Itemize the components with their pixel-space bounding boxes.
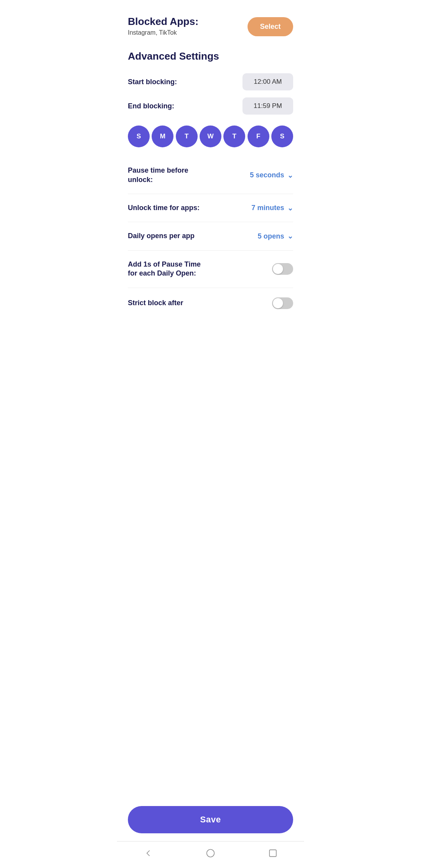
day-saturday[interactable]: S [271,126,293,147]
end-blocking-picker[interactable]: 11:59 PM [242,97,293,115]
daily-opens-label: Daily opens per app [128,232,195,240]
divider-3 [128,250,293,251]
blocked-apps-title: Blocked Apps: [128,16,241,28]
svg-rect-1 [269,850,276,856]
day-monday[interactable]: M [152,126,173,147]
strict-block-label: Strict block after [128,299,183,307]
strict-block-toggle-thumb [273,298,283,308]
day-friday[interactable]: F [248,126,269,147]
toggle-track[interactable] [272,263,293,275]
day-wednesday[interactable]: W [200,126,221,147]
daily-opens-row: Daily opens per app 5 opens ⌄ [128,224,293,248]
home-icon [205,848,216,858]
blocked-apps-info: Blocked Apps: Instagram, TikTok [128,16,241,36]
select-button[interactable]: Select [248,17,293,36]
unlock-time-value: 7 minutes [251,204,284,212]
blocked-apps-section: Blocked Apps: Instagram, TikTok Select [128,16,293,36]
day-sunday[interactable]: S [128,126,150,147]
pause-time-chevron-icon: ⌄ [287,171,293,180]
back-nav-button[interactable] [143,848,154,859]
start-blocking-label: Start blocking: [128,78,177,86]
save-button-container: Save [117,800,304,841]
home-nav-button[interactable] [205,848,216,859]
add-pause-time-toggle[interactable] [272,263,293,275]
divider-4 [128,288,293,288]
recent-icon [268,848,278,858]
add-pause-time-row: Add 1s of Pause Time for each Daily Open… [128,252,293,286]
start-blocking-row: Start blocking: 12:00 AM [128,73,293,90]
pause-time-value: 5 seconds [250,171,284,179]
pause-time-dropdown[interactable]: 5 seconds ⌄ [250,171,293,180]
save-button[interactable]: Save [128,806,293,833]
toggle-thumb [273,264,283,274]
pause-time-label: Pause time before unlock: [128,166,206,184]
strict-block-section: Strict block after [128,290,293,317]
recent-nav-button[interactable] [267,848,278,859]
day-tuesday[interactable]: T [176,126,198,147]
daily-opens-value: 5 opens [258,232,284,240]
unlock-time-row: Unlock time for apps: 7 minutes ⌄ [128,196,293,220]
advanced-settings-title: Advanced Settings [128,50,293,62]
unlock-time-dropdown[interactable]: 7 minutes ⌄ [251,204,293,212]
blocked-apps-subtitle: Instagram, TikTok [128,29,241,36]
start-blocking-picker[interactable]: 12:00 AM [242,73,293,90]
daily-opens-dropdown[interactable]: 5 opens ⌄ [258,232,293,240]
end-blocking-label: End blocking: [128,102,174,110]
unlock-time-chevron-icon: ⌄ [287,204,293,212]
svg-point-0 [207,849,214,857]
unlock-time-label: Unlock time for apps: [128,203,200,212]
pause-time-row: Pause time before unlock: 5 seconds ⌄ [128,158,293,192]
divider-2 [128,222,293,222]
strict-block-toggle-track[interactable] [272,297,293,309]
add-pause-time-label: Add 1s of Pause Time for each Daily Open… [128,260,206,278]
day-thursday[interactable]: T [223,126,245,147]
daily-opens-chevron-icon: ⌄ [287,232,293,240]
nav-bar [117,841,304,868]
strict-block-toggle[interactable] [272,297,293,309]
end-blocking-row: End blocking: 11:59 PM [128,97,293,115]
days-row: S M T W T F S [128,126,293,147]
back-icon [143,848,153,858]
divider-1 [128,194,293,194]
